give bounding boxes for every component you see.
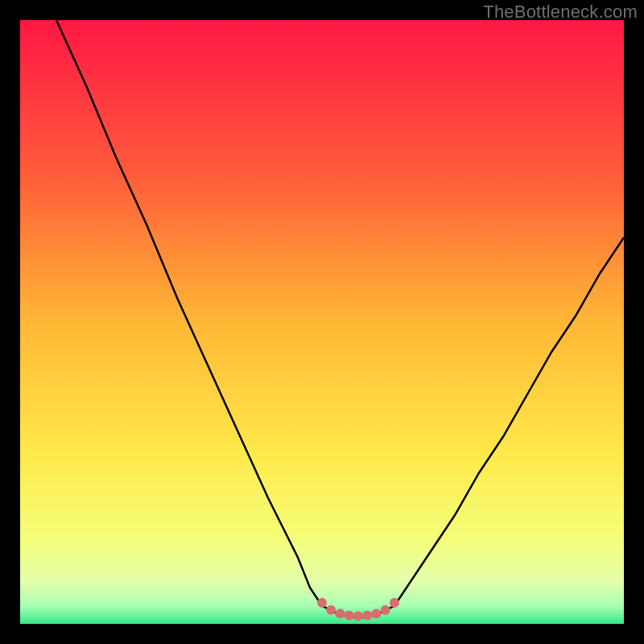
minimum-marker — [390, 598, 399, 608]
minimum-marker — [336, 609, 345, 618]
minimum-marker — [362, 611, 372, 621]
minimum-marker — [317, 598, 327, 608]
watermark-text: TheBottleneck.com — [483, 2, 638, 23]
minimum-marker — [326, 605, 336, 615]
minimum-marker — [372, 609, 382, 618]
bottleneck-curve — [20, 20, 624, 624]
plot-area — [20, 20, 624, 624]
minimum-marker — [345, 611, 354, 621]
chart-frame: TheBottleneck.com — [0, 0, 644, 644]
minimum-marker — [381, 605, 390, 615]
minimum-marker — [353, 611, 363, 621]
